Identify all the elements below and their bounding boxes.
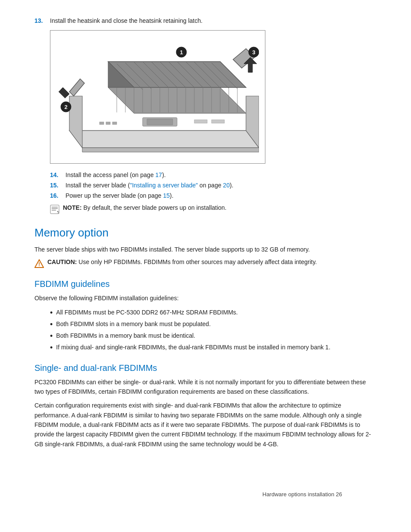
step-16-link[interactable]: 15 [163, 192, 170, 199]
step-14-text: Install the access panel (on page 17). [65, 171, 166, 178]
svg-rect-50 [106, 122, 110, 124]
fbdimm-guidelines-heading: FBDIMM guidelines [34, 279, 377, 289]
page-footer: Hardware options installation 26 [262, 491, 342, 498]
list-item: Both FBDIMM slots in a memory bank must … [50, 319, 377, 330]
single-dual-para-2: Certain configuration requirements exist… [34, 401, 377, 449]
step-16-text: Power up the server blade (on page 15). [65, 192, 174, 199]
fbdimm-intro: Observe the following FBDIMM installatio… [34, 293, 377, 303]
svg-marker-0 [69, 131, 259, 148]
page-content: 13. Install the heatsink and close the h… [34, 17, 377, 515]
step-15-page-link[interactable]: 20 [223, 182, 230, 189]
step-13-number: 13. [34, 17, 50, 24]
svg-text:!: ! [38, 261, 40, 268]
svg-text:2: 2 [64, 104, 67, 110]
note-box: NOTE: By default, the server blade power… [50, 204, 377, 214]
list-item: Both FBDIMMs in a memory bank must be id… [50, 331, 377, 342]
svg-text:1: 1 [180, 49, 183, 56]
note-icon [50, 205, 59, 214]
caution-content: Use only HP FBDIMMs. FBDIMMs from other … [77, 258, 317, 265]
step-15-link[interactable]: "Installing a server blade" [130, 182, 198, 189]
memory-description: The server blade ships with two FBDIMMs … [34, 245, 377, 254]
svg-rect-52 [50, 205, 59, 214]
single-dual-heading: Single- and dual-rank FBDIMMs [34, 363, 377, 373]
caution-label: CAUTION: [47, 258, 77, 265]
svg-rect-51 [112, 122, 117, 124]
single-dual-para-1: PC3200 FBDIMMs can either be single- or … [34, 377, 377, 397]
fbdimm-bullet-list: All FBDIMMs must be PC-5300 DDR2 667-MHz… [50, 308, 377, 354]
step-14-number: 14. [50, 171, 65, 178]
step-15-text: Install the server blade ("Installing a … [65, 182, 234, 189]
note-label: NOTE: [63, 204, 82, 211]
step-13: 13. Install the heatsink and close the h… [34, 17, 377, 24]
step-13-text: Install the heatsink and close the heats… [50, 17, 202, 24]
step-16: 16. Power up the server blade (on page 1… [50, 192, 377, 199]
caution-text: CAUTION: Use only HP FBDIMMs. FBDIMMs fr… [47, 258, 317, 265]
list-item: If mixing dual- and single-rank FBDIMMs,… [50, 342, 377, 353]
memory-option-heading: Memory option [34, 226, 377, 240]
svg-marker-36 [69, 79, 84, 96]
caution-icon: ! [34, 259, 44, 270]
heatsink-illustration: 1 2 3 [56, 36, 259, 159]
svg-marker-2 [69, 96, 82, 148]
heatsink-image: 1 2 3 [50, 30, 265, 164]
step-15-number: 15. [50, 182, 65, 189]
step-14: 14. Install the access panel (on page 17… [50, 171, 377, 178]
note-content: By default, the server blade powers up o… [82, 204, 227, 211]
svg-rect-46 [147, 119, 173, 125]
svg-rect-53 [52, 207, 58, 208]
svg-text:3: 3 [252, 49, 255, 56]
svg-rect-55 [52, 210, 56, 211]
step-16-number: 16. [50, 192, 65, 199]
step-14-link[interactable]: 17 [156, 171, 162, 178]
svg-rect-47 [194, 120, 207, 123]
svg-rect-48 [212, 120, 224, 123]
svg-rect-49 [100, 122, 104, 124]
caution-box: ! CAUTION: Use only HP FBDIMMs. FBDIMMs … [34, 258, 377, 270]
step-15: 15. Install the server blade ("Installin… [50, 182, 377, 189]
svg-marker-1 [82, 148, 259, 152]
footer-text: Hardware options installation 26 [262, 491, 342, 498]
svg-rect-54 [52, 208, 58, 209]
list-item: All FBDIMMs must be PC-5300 DDR2 667-MHz… [50, 308, 377, 318]
note-text: NOTE: By default, the server blade power… [63, 204, 227, 211]
